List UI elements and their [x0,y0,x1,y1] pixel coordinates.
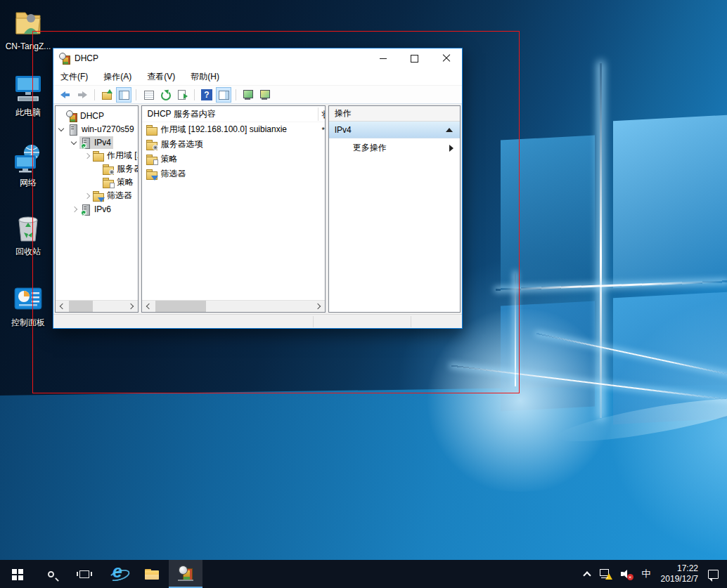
scroll-right-arrow[interactable] [313,301,325,313]
up-one-level-button[interactable] [99,87,115,103]
action-center-icon[interactable] [708,570,719,579]
tree-node-scope[interactable]: 作用域 [192.168.100.0] suibianxie [56,149,138,162]
folder-filter-icon [146,169,157,180]
list-row-server-options[interactable]: 服务器选项 [142,137,325,152]
server-icon [67,124,79,135]
taskbar: 中 17:22 2019/12/7 [0,560,727,588]
folder-icon [93,150,104,162]
export-list-button[interactable] [174,87,190,103]
hidden-icons-chevron[interactable] [583,571,591,579]
minimize-button[interactable] [367,48,399,68]
dhcp-taskbar-button[interactable] [169,560,202,588]
chevron-collapsed-icon[interactable] [82,191,92,201]
tree-node-server[interactable]: win-u7270s59 [56,122,138,136]
actions-group-ipv4[interactable]: IPv4 [329,122,460,138]
collapse-icon[interactable] [446,128,453,132]
menu-file[interactable]: 文件(F) [60,71,88,83]
properties-icon [143,89,154,100]
chevron-collapsed-icon[interactable] [82,151,92,161]
status-separator [313,316,314,327]
server-check-icon [80,204,91,215]
properties-button[interactable] [141,87,156,103]
task-view-button[interactable] [67,560,101,588]
refresh-button[interactable] [157,87,173,103]
search-icon [48,571,54,577]
menu-view[interactable]: 查看(V) [147,71,175,83]
folder-gear-icon [103,164,114,175]
list-row-label: 作用域 [192.168.100.0] suibianxie [161,124,287,136]
folder-gear-icon [146,139,157,150]
ime-indicator[interactable]: 中 [642,568,651,580]
export-list-icon [176,89,188,100]
folder-icon [146,124,157,136]
list-row-scope[interactable]: 作用域 [192.168.100.0] suibianxie ** [142,122,325,137]
list-horizontal-scrollbar[interactable] [142,300,325,312]
scrollbar-thumb[interactable] [69,301,93,313]
scroll-right-arrow[interactable] [126,301,138,313]
chevron-expanded-icon[interactable] [57,124,67,134]
dhcp-icon [178,566,193,581]
scroll-left-arrow[interactable] [56,301,67,313]
help-button[interactable] [199,87,214,103]
toolbar [53,86,462,104]
more-actions-label: 更多操作 [353,142,387,154]
wallpaper-beam [600,63,602,418]
console-tree-pane[interactable]: DHCP win-u7270s59 IPv4 作用域 [192.168.100.… [55,105,139,313]
results-list-pane[interactable]: DHCP 服务器内容 状 作用域 [192.168.100.0] suibian… [141,105,326,313]
column-separator[interactable] [318,107,319,121]
forward-button[interactable] [75,87,90,103]
tree-spacer [92,178,102,188]
tree-spacer [56,111,65,121]
scroll-left-arrow[interactable] [142,301,154,313]
column-header-name[interactable]: DHCP 服务器内容 [148,108,216,120]
tree-node-server-options[interactable]: 服务器选项 [56,162,138,176]
menu-action[interactable]: 操作(A) [103,71,131,83]
dhcp-window[interactable]: DHCP 文件(F) 操作(A) 查看(V) 帮助(H) [53,48,463,329]
start-button[interactable] [0,560,34,588]
tree-node-dhcp-root[interactable]: DHCP [56,109,138,122]
internet-explorer-button[interactable] [101,560,135,588]
dhcp-icon [66,110,77,122]
tree-horizontal-scrollbar[interactable] [56,300,138,312]
actions-pane[interactable]: 操作 IPv4 更多操作 [328,105,461,313]
chevron-expanded-icon[interactable] [70,138,79,148]
wallpaper-window-pane [613,115,727,288]
show-action-pane-button[interactable] [216,87,231,103]
actions-header-label: 操作 [335,107,352,119]
computer-a-button[interactable] [240,87,256,103]
close-icon [442,54,451,63]
tree-node-policies[interactable]: 策略 [56,176,138,189]
back-button[interactable] [58,87,73,103]
tree-node-ipv4[interactable]: IPv4 [56,136,138,149]
list-row-filters[interactable]: 筛选器 [142,166,325,181]
chevron-collapsed-icon[interactable] [70,204,79,214]
scrollbar-thumb[interactable] [155,301,206,313]
tree-node-label: win-u7270s59 [82,124,134,134]
close-button[interactable] [430,48,462,68]
list-column-headers[interactable]: DHCP 服务器内容 状 [142,106,325,122]
console-content: DHCP win-u7270s59 IPv4 作用域 [192.168.100.… [53,104,462,314]
file-explorer-icon [145,569,159,580]
volume-muted-icon[interactable] [621,569,632,579]
title-bar[interactable]: DHCP [53,48,462,68]
maximize-icon [411,55,418,63]
refresh-icon [160,89,171,100]
search-button[interactable] [34,560,67,588]
list-row-policies[interactable]: 策略 [142,152,325,166]
tree-node-label: 服务器选项 [117,163,139,175]
show-console-tree-button[interactable] [116,87,131,103]
more-actions-item[interactable]: 更多操作 [329,138,460,157]
tree-node-filters[interactable]: 筛选器 [56,189,138,202]
menu-help[interactable]: 帮助(H) [191,71,219,83]
computer-b-button[interactable] [257,87,273,103]
maximize-button[interactable] [399,48,430,68]
tree-node-label: IPv6 [94,204,111,214]
task-view-icon [79,570,89,578]
actions-group-label: IPv4 [335,125,352,135]
taskbar-clock[interactable]: 17:22 2019/12/7 [661,563,698,584]
tree-node-ipv6[interactable]: IPv6 [56,202,138,216]
column-header-status[interactable]: 状 [322,109,326,121]
list-row-label: 服务器选项 [161,138,203,150]
network-status-icon[interactable] [600,569,611,579]
file-explorer-button[interactable] [135,560,169,588]
